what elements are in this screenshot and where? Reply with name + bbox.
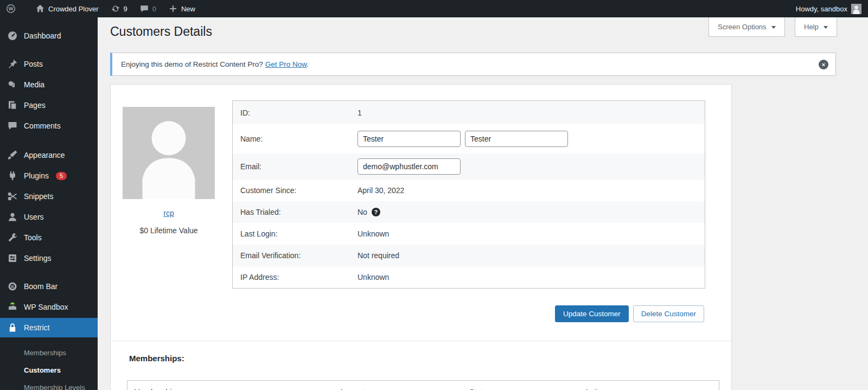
- sidebar-item-boom-bar[interactable]: B Boom Bar: [0, 277, 98, 296]
- sidebar-item-appearance[interactable]: Appearance: [0, 145, 98, 165]
- user-avatar-small: [851, 4, 861, 14]
- settings-icon: [7, 253, 18, 264]
- sidebar-item-settings[interactable]: Settings: [0, 248, 98, 268]
- sidebar-label: Snippets: [24, 192, 53, 201]
- sidebar-item-snippets[interactable]: Snippets: [0, 187, 98, 206]
- row-label: Has Trialed:: [233, 208, 358, 216]
- sidebar-item-plugins[interactable]: Plugins 5: [0, 166, 98, 186]
- sidebar-item-posts[interactable]: Posts: [0, 54, 98, 74]
- section-divider: [111, 341, 731, 341]
- get-pro-link[interactable]: Get Pro Now: [265, 60, 307, 68]
- sidebar-item-wp-sandbox[interactable]: WP Sandbox: [0, 297, 98, 317]
- sidebar-label: Pages: [24, 101, 46, 110]
- chevron-down-icon: [771, 26, 776, 31]
- sidebar-label: Appearance: [24, 151, 65, 159]
- wordpress-logo-icon: W: [6, 4, 16, 14]
- lifetime-value: $0 Lifetime Value: [123, 226, 215, 235]
- sidebar-label: Plugins: [24, 171, 49, 180]
- site-name-menu[interactable]: Crowded Plover: [29, 0, 105, 17]
- screen-options-label: Screen Options: [718, 23, 767, 31]
- row-label: IP Address:: [233, 273, 358, 282]
- first-name-input[interactable]: [358, 131, 461, 147]
- submenu-label: Customers: [24, 366, 61, 374]
- help-tooltip-icon[interactable]: ?: [372, 208, 380, 216]
- help-tab[interactable]: Help: [795, 17, 837, 37]
- sidebar-label: Dashboard: [24, 31, 61, 40]
- row-label: Customer Since:: [233, 186, 358, 195]
- row-label: ID:: [233, 108, 358, 117]
- sidebar-item-tools[interactable]: Tools: [0, 228, 98, 247]
- updates-count: 9: [124, 5, 127, 13]
- sidebar-item-media[interactable]: Media: [0, 75, 98, 94]
- has-trialed-value: No: [358, 208, 367, 216]
- submenu-item-memberships[interactable]: Memberships: [0, 344, 98, 361]
- admin-bar: W Crowded Plover 9 0 New: [0, 0, 868, 17]
- dashboard-icon: [7, 30, 18, 41]
- column-header-membership: Membership: [127, 388, 339, 390]
- sidebar-item-dashboard[interactable]: Dashboard: [0, 26, 98, 46]
- comments-icon: [7, 120, 18, 131]
- admin-sidebar: Dashboard Posts Media Pages: [0, 17, 98, 390]
- update-customer-button[interactable]: Update Customer: [555, 305, 629, 322]
- notice-text: Enjoying this demo of Restrict Content P…: [121, 60, 309, 68]
- admin-menu: Dashboard Posts Media Pages: [0, 17, 98, 337]
- pages-icon: [7, 100, 18, 111]
- paintbrush-icon: [7, 150, 18, 161]
- sidebar-label: Posts: [24, 60, 43, 68]
- customer-avatar: [123, 107, 215, 199]
- new-content-menu[interactable]: New: [162, 0, 201, 17]
- ip-address-value: Unknown: [358, 273, 389, 282]
- submenu-label: Membership Levels: [24, 383, 85, 390]
- sidebar-item-comments[interactable]: Comments: [0, 116, 98, 136]
- notice-prefix: Enjoying this demo of Restrict Content P…: [121, 60, 265, 68]
- notice-suffix: .: [307, 60, 309, 68]
- last-login-value: Unknown: [358, 229, 389, 238]
- customer-card: rcp $0 Lifetime Value ID: 1 Name: Email:: [110, 84, 732, 390]
- comments-menu[interactable]: 0: [133, 0, 162, 17]
- dismiss-notice-icon[interactable]: ×: [819, 60, 828, 69]
- home-icon: [35, 4, 45, 14]
- customer-since-value: April 30, 2022: [358, 186, 404, 195]
- boom-bar-icon: B: [7, 281, 18, 292]
- table-row-last-login: Last Login: Unknown: [233, 223, 705, 245]
- row-label: Last Login:: [233, 229, 358, 238]
- howdy-text: Howdy, sandbox: [796, 5, 847, 13]
- submenu-item-membership-levels[interactable]: Membership Levels: [0, 379, 98, 390]
- submenu-item-customers[interactable]: Customers: [0, 361, 98, 379]
- sidebar-label: WP Sandbox: [24, 303, 68, 311]
- wp-sandbox-icon: [7, 302, 18, 312]
- main-content: Screen Options Help Customers Details En…: [98, 17, 868, 390]
- wordpress-logo-menu[interactable]: W: [0, 0, 22, 17]
- memberships-table: Membership Amount Status Action: [127, 380, 719, 390]
- plugins-update-badge: 5: [56, 172, 67, 180]
- last-name-input[interactable]: [465, 131, 568, 147]
- customer-user-link[interactable]: rcp: [163, 209, 174, 218]
- sidebar-label: Comments: [24, 122, 61, 130]
- delete-customer-button[interactable]: Delete Customer: [633, 305, 704, 322]
- table-row-ip-address: IP Address: Unknown: [233, 266, 705, 288]
- table-row-email: Email:: [233, 154, 705, 180]
- sidebar-item-restrict[interactable]: Restrict: [0, 318, 98, 337]
- updates-icon: [111, 4, 120, 14]
- chevron-down-icon: [824, 26, 828, 31]
- sidebar-label: Restrict: [24, 323, 49, 332]
- svg-text:B: B: [11, 284, 14, 289]
- wrench-icon: [7, 232, 18, 243]
- table-row-name: Name:: [233, 124, 705, 154]
- restrict-submenu: Memberships Customers Membership Levels: [0, 338, 98, 390]
- updates-menu[interactable]: 9: [105, 0, 133, 17]
- customer-details-table: ID: 1 Name: Email: Cust: [232, 100, 705, 289]
- wordpress-admin-screen: W Crowded Plover 9 0 New: [0, 0, 868, 390]
- row-label: Name:: [233, 135, 358, 143]
- customer-actions: Update Customer Delete Customer: [555, 305, 704, 322]
- screen-options-tab[interactable]: Screen Options: [709, 17, 785, 37]
- avatar-person-icon: [851, 4, 861, 14]
- media-icon: [7, 79, 18, 90]
- column-header-status: Status: [469, 388, 584, 390]
- sidebar-label: Users: [24, 213, 44, 221]
- email-input[interactable]: [358, 158, 461, 175]
- my-account-menu[interactable]: Howdy, sandbox: [789, 4, 868, 14]
- sidebar-item-users[interactable]: Users: [0, 207, 98, 227]
- sidebar-item-pages[interactable]: Pages: [0, 95, 98, 115]
- svg-text:W: W: [9, 6, 14, 11]
